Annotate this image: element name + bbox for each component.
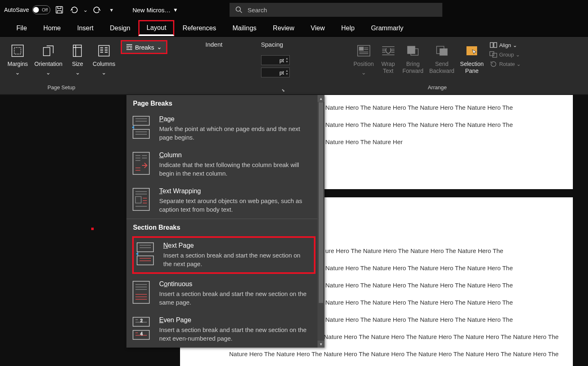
tab-design[interactable]: Design xyxy=(101,20,138,36)
bring-forward-button[interactable]: Bring Forward xyxy=(401,41,425,76)
spacing-before-spinner[interactable]: pt ▲▼ xyxy=(261,55,290,65)
continuous-item[interactable]: Continuous Insert a section break and st… xyxy=(126,276,324,312)
send-backward-button[interactable]: Send Backward xyxy=(428,41,456,76)
text-wrapping-title: Text Wrapping xyxy=(159,188,307,195)
undo-icon[interactable] xyxy=(68,4,80,16)
svg-rect-9 xyxy=(408,46,415,54)
align-icon xyxy=(489,42,498,48)
columns-icon xyxy=(96,43,112,59)
svg-rect-16 xyxy=(490,52,494,56)
svg-rect-18 xyxy=(133,116,149,125)
page-break-icon xyxy=(132,115,150,139)
svg-rect-8 xyxy=(359,47,363,50)
paragraph-dialog-launcher[interactable]: ⬊ xyxy=(282,88,285,93)
even-page-item[interactable]: 24 Even Page Insert a section break and … xyxy=(126,312,324,348)
svg-rect-3 xyxy=(14,47,21,54)
svg-rect-5 xyxy=(73,45,81,56)
qat-more[interactable]: ▾ xyxy=(110,7,113,13)
doc-line: Nature Hero The Nature Hero The Nature H… xyxy=(325,116,563,133)
paragraph-group: Indent Spacing pt ▲▼ pt ▲▼ ⬊ xyxy=(123,37,286,94)
position-icon xyxy=(356,43,372,59)
scroll-up-icon[interactable]: ▲ xyxy=(318,95,324,102)
tab-file[interactable]: File xyxy=(8,20,35,36)
tab-review[interactable]: Review xyxy=(265,20,302,36)
section-breaks-header: Section Breaks xyxy=(126,219,324,235)
next-page-title: Next Page xyxy=(163,242,302,249)
text-wrapping-desc: Separate text around objects on web page… xyxy=(159,197,307,214)
tab-help[interactable]: Help xyxy=(333,20,363,36)
doc-line: Nature Hero The Nature Her xyxy=(325,133,563,151)
tab-view[interactable]: View xyxy=(302,20,333,36)
doc-line: Nature Hero The Nature Hero The Nature H… xyxy=(229,346,563,363)
svg-rect-2 xyxy=(12,45,23,56)
svg-rect-6 xyxy=(99,45,109,56)
column-break-item[interactable]: Column Indicate that the text following … xyxy=(126,147,324,183)
page-break-item[interactable]: Page Mark the point at which one page en… xyxy=(126,111,324,147)
scroll-down-icon[interactable]: ▼ xyxy=(318,341,324,348)
svg-rect-15 xyxy=(494,43,497,47)
title-dropdown-icon: ▾ xyxy=(174,6,177,14)
arrange-label: Arrange xyxy=(428,84,446,92)
doc-line: Nature Hero The Nature Hero The Nature H… xyxy=(325,277,563,294)
svg-point-1 xyxy=(236,7,241,11)
svg-rect-22 xyxy=(135,197,141,203)
even-page-icon: 24 xyxy=(132,316,150,340)
document-title[interactable]: New Micros… ▾ xyxy=(133,6,177,14)
spacing-after-spinner[interactable]: pt ▲▼ xyxy=(261,68,290,77)
size-button[interactable]: Size ⌄ xyxy=(68,41,88,77)
svg-rect-17 xyxy=(493,53,497,57)
selection-pane-button[interactable]: Selection Pane xyxy=(458,41,485,76)
doc-line: Nature Hero The Nature Hero The Nature H… xyxy=(325,294,563,311)
page-break-desc: Mark the point at which one page ends an… xyxy=(159,124,307,142)
tab-layout[interactable]: Layout xyxy=(138,20,174,36)
scroll-thumb[interactable] xyxy=(319,102,323,303)
spacing-label: Spacing xyxy=(261,41,283,48)
even-page-desc: Insert a section break and start the new… xyxy=(159,325,307,343)
doc-line: Nature Hero The Nature Hero The Nature H… xyxy=(325,260,563,277)
search-placeholder: Search xyxy=(248,7,267,14)
tab-references[interactable]: References xyxy=(174,20,224,36)
continuous-icon xyxy=(132,280,150,304)
search-box[interactable]: Search xyxy=(230,3,442,17)
tab-mailings[interactable]: Mailings xyxy=(224,20,265,36)
undo-dropdown[interactable]: ⌄ xyxy=(83,7,88,13)
save-icon[interactable] xyxy=(54,4,65,16)
page-setup-label: Page Setup xyxy=(47,84,75,92)
continuous-desc: Insert a section break and start the new… xyxy=(159,289,307,307)
even-page-title: Even Page xyxy=(159,316,307,324)
indent-label: Indent xyxy=(205,41,223,48)
text-wrapping-item[interactable]: Text Wrapping Separate text around objec… xyxy=(126,183,324,219)
margins-button[interactable]: Margins ⌄ xyxy=(6,41,29,77)
next-page-item[interactable]: Next Page Insert a section break and sta… xyxy=(132,236,315,274)
tab-home[interactable]: Home xyxy=(35,20,69,36)
autosave-toggle[interactable]: AutoSave Off xyxy=(4,5,50,14)
columns-button[interactable]: Columns ⌄ xyxy=(91,41,117,77)
cursor-mark xyxy=(91,228,94,230)
rotate-button[interactable]: Rotate⌄ xyxy=(488,60,523,68)
svg-text:4: 4 xyxy=(140,332,143,336)
tab-insert[interactable]: Insert xyxy=(69,20,101,36)
doc-line: ure Hero The Nature Hero The Nature Hero… xyxy=(325,242,563,260)
page-break-title: Page xyxy=(159,115,307,123)
group-button[interactable]: Group⌄ xyxy=(488,50,523,59)
selection-pane-icon xyxy=(464,43,480,59)
tab-grammarly[interactable]: Grammarly xyxy=(363,20,412,36)
ribbon-tabs: File Home Insert Design Layout Reference… xyxy=(0,20,588,37)
margins-icon xyxy=(9,43,26,59)
redo-icon[interactable] xyxy=(91,4,103,16)
svg-text:2: 2 xyxy=(140,319,143,323)
search-icon xyxy=(235,6,243,14)
align-button[interactable]: Align⌄ xyxy=(488,41,523,49)
dropdown-scrollbar[interactable]: ▲ ▼ xyxy=(318,95,324,348)
position-button[interactable]: Position ⌄ xyxy=(352,41,376,77)
arrange-group: Position ⌄ Wrap Text Bring Forward Send … xyxy=(286,37,588,94)
page-breaks-header: Page Breaks xyxy=(126,95,324,111)
svg-rect-4 xyxy=(43,47,50,56)
orientation-button[interactable]: Orientation ⌄ xyxy=(33,41,64,77)
wrap-text-icon xyxy=(380,43,397,59)
svg-rect-13 xyxy=(466,46,477,55)
toggle-dot xyxy=(33,7,39,13)
autosave-switch[interactable]: Off xyxy=(32,5,50,14)
svg-rect-19 xyxy=(133,129,149,138)
wrap-text-button[interactable]: Wrap Text xyxy=(378,41,399,76)
